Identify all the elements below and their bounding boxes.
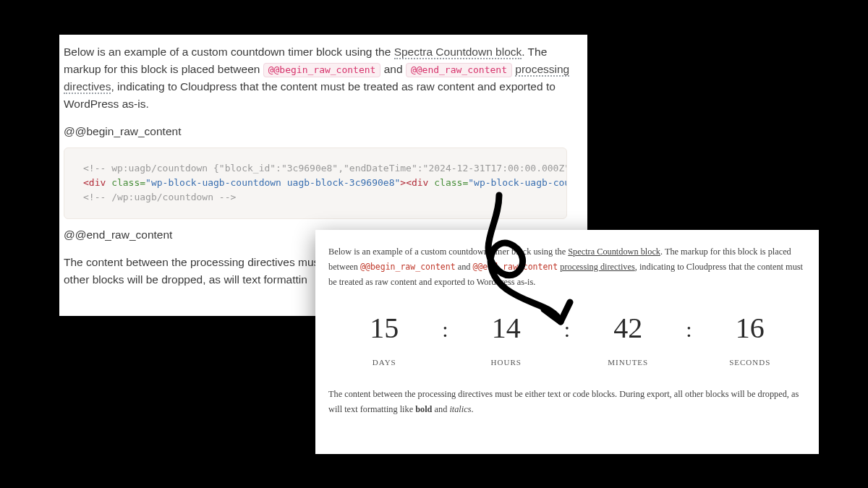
countdown-separator: : (562, 313, 572, 342)
minutes-value: 42 (572, 313, 684, 343)
countdown-days: 15 DAYS (328, 313, 441, 367)
code-attr: class (434, 177, 462, 188)
days-value: 15 (328, 313, 441, 343)
begin-raw-chip: @@begin_raw_content (360, 262, 456, 272)
countdown-separator: : (441, 313, 451, 342)
countdown-timer: 15 DAYS : 14 HOURS : 42 MINUTES : 16 SEC… (328, 313, 806, 367)
begin-directive-line: @@begin_raw_content (64, 123, 571, 140)
code-tag: ><div (400, 177, 428, 188)
intro-text: and (380, 63, 405, 75)
countdown-separator: : (684, 313, 694, 342)
countdown-minutes: 42 MINUTES (572, 313, 684, 367)
spectra-link[interactable]: Spectra Countdown block (568, 247, 660, 257)
end-raw-chip: @@end_raw_content (406, 63, 512, 77)
countdown-seconds: 16 SECONDS (694, 313, 807, 367)
outro-text: The content between the processing direc… (328, 389, 799, 414)
code-tag: <div (83, 177, 106, 188)
spectra-link[interactable]: Spectra Countdown block (394, 46, 522, 59)
code-string: "wp-block-uagb-countdow (468, 177, 567, 188)
code-line-3: <!-- /wp:uagb/countdown --> (83, 192, 236, 202)
outro-bold: bold (415, 404, 432, 414)
days-label: DAYS (328, 358, 441, 367)
code-string: "wp-block-uagb-countdown uagb-block-3c96… (145, 177, 400, 188)
seconds-value: 16 (694, 313, 807, 343)
intro-text: Below is an example of a custom countdow… (64, 46, 394, 58)
code-attr: class (111, 177, 140, 188)
countdown-hours: 14 HOURS (451, 313, 563, 367)
intro-text: , indicating to Cloudpress that the cont… (64, 80, 556, 110)
hours-label: HOURS (451, 358, 563, 367)
hours-value: 14 (451, 313, 563, 343)
minutes-label: MINUTES (572, 358, 684, 367)
rendered-outro: The content between the processing direc… (328, 387, 806, 417)
code-punc: = (140, 177, 145, 188)
outro-text: . (471, 404, 473, 414)
code-block: <!-- wp:uagb/countdown {"block_id":"3c96… (64, 147, 567, 218)
code-line-1: <!-- wp:uagb/countdown {"block_id":"3c96… (83, 163, 567, 174)
end-raw-chip: @@end_raw_content (473, 262, 558, 272)
intro-text: Below is an example of a custom countdow… (328, 247, 568, 257)
outro-text: and (432, 404, 449, 414)
seconds-label: SECONDS (694, 358, 807, 367)
rendered-result-panel: Below is an example of a custom countdow… (315, 230, 819, 454)
rendered-intro: Below is an example of a custom countdow… (328, 244, 806, 290)
intro-text: and (456, 262, 473, 272)
begin-raw-chip: @@begin_raw_content (263, 63, 381, 77)
processing-directives-link[interactable]: processing directives (560, 262, 634, 272)
outro-italic: italics (449, 404, 471, 414)
intro-paragraph: Below is an example of a custom countdow… (64, 43, 571, 113)
